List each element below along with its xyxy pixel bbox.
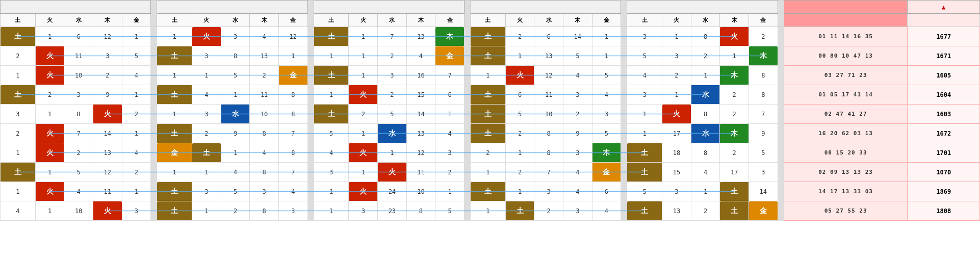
cell-r9-s3-c3: 3: [563, 201, 592, 221]
cell-r1-s2-c2: 2: [378, 46, 407, 66]
cell-r0-s2-c0: 土: [314, 27, 349, 46]
cell-r6-s0-c2: 2: [64, 143, 93, 163]
cell-r5-s3-c2: 8: [534, 124, 563, 143]
cell-r0-s3-c3: 14: [563, 27, 592, 46]
cell-r7-s0-c4: 2: [122, 163, 151, 182]
spacer-cell: [464, 105, 470, 124]
day-h-1-3: 木: [250, 14, 279, 27]
cell-r9-s4-c1: 13: [662, 201, 691, 221]
table-row: 1火10241152金土131671火1245421木803 27 71 231…: [1, 66, 980, 85]
spacer-cell: [621, 27, 627, 46]
cell-r0-s1-c0: 1: [157, 27, 192, 46]
cell-r3-s3-c2: 11: [534, 85, 563, 105]
cell-r9-s2-c1: 3: [349, 201, 378, 221]
cell-r3-s0-c4: 1: [122, 85, 151, 105]
cell-r1-s1-c2: 8: [221, 46, 250, 66]
cell-r6-s2-c4: 3: [435, 143, 465, 163]
cell-r5-s1-c1: 2: [192, 124, 221, 143]
cell-r3-s4-c4: 8: [749, 85, 778, 105]
cell-r1-s0-c0: 2: [1, 46, 36, 66]
right-col1-r3: 01 05 17 41 14: [784, 85, 908, 105]
table-row: 318火213水108土25141土510231火82702 47 41 271…: [1, 105, 980, 124]
cell-r0-s3-c1: 2: [505, 27, 534, 46]
cell-r6-s0-c3: 13: [93, 143, 122, 163]
cell-r7-s0-c0: 土: [1, 163, 36, 182]
cell-r1-s2-c4: 金: [435, 46, 465, 66]
cell-r1-s2-c0: 1: [314, 46, 349, 66]
spacer-cell: [464, 124, 470, 143]
spacer-right: [778, 163, 784, 182]
day-h-1-1: 火: [192, 14, 221, 27]
cell-r5-s4-c3: 木: [720, 124, 749, 143]
section-二策: [471, 1, 621, 14]
cell-r4-s3-c2: 10: [534, 105, 563, 124]
cell-r5-s3-c1: 2: [505, 124, 534, 143]
cell-r1-s3-c1: 1: [505, 46, 534, 66]
cell-r9-s3-c4: 4: [592, 201, 621, 221]
cell-r4-s3-c4: 3: [592, 105, 621, 124]
cell-r5-s1-c0: 土: [157, 124, 192, 143]
cell-r5-s2-c4: 4: [435, 124, 465, 143]
cell-r8-s1-c2: 5: [221, 182, 250, 201]
cell-r5-s3-c3: 9: [563, 124, 592, 143]
cell-r7-s0-c2: 5: [64, 163, 93, 182]
cell-r3-s3-c4: 4: [592, 85, 621, 105]
day-h-1-0: 土: [157, 14, 192, 27]
cell-r6-s2-c0: 4: [314, 143, 349, 163]
cell-r3-s4-c1: 1: [662, 85, 691, 105]
cell-r5-s4-c4: 9: [749, 124, 778, 143]
cell-r9-s2-c4: 5: [435, 201, 465, 221]
section-一策: [627, 1, 778, 14]
cell-r2-s0-c4: 4: [122, 66, 151, 85]
cell-r3-s1-c3: 11: [250, 85, 279, 105]
cell-r2-s1-c1: 1: [192, 66, 221, 85]
right-day-h-2: [908, 14, 980, 27]
cell-r5-s4-c0: 1: [627, 124, 662, 143]
cell-r0-s3-c2: 6: [534, 27, 563, 46]
spacer-cell: [151, 46, 157, 66]
cell-r9-s4-c4: 金: [749, 201, 778, 221]
day-h-2-0: 土: [314, 14, 349, 27]
cell-r7-s3-c0: 1: [471, 163, 506, 182]
cell-r6-s1-c1: 土: [192, 143, 221, 163]
cell-r8-s4-c4: 14: [749, 182, 778, 201]
cell-r1-s2-c1: 1: [349, 46, 378, 66]
cell-r0-s2-c2: 7: [378, 27, 407, 46]
table-row: 1火4111土35341火24101土1346531土1414 17 13 33…: [1, 182, 980, 201]
spacer-cell: [307, 85, 314, 105]
cell-r4-s4-c3: 2: [720, 105, 749, 124]
right-col1-r0: 01 11 14 16 35: [784, 27, 908, 46]
cell-r8-s1-c0: 土: [157, 182, 192, 201]
day-h-4-2: 水: [691, 14, 720, 27]
cell-r2-s2-c2: 3: [378, 66, 407, 85]
cell-r5-s1-c4: 7: [278, 124, 307, 143]
cell-r2-s2-c4: 7: [435, 66, 465, 85]
cell-r0-s1-c2: 3: [221, 27, 250, 46]
cell-r3-s4-c3: 2: [720, 85, 749, 105]
right-col1-r9: 05 27 55 23: [784, 201, 908, 221]
cell-r3-s2-c4: 6: [435, 85, 465, 105]
cell-r4-s2-c0: 土: [314, 105, 349, 124]
right-col2-r8: 1869: [908, 182, 980, 201]
right-col2-r6: 1701: [908, 143, 980, 163]
right-header-col2: ▲: [908, 1, 980, 14]
cell-r7-s2-c4: 2: [435, 163, 465, 182]
spacer-cell: [621, 182, 627, 201]
day-h-1-4: 金: [278, 14, 307, 27]
cell-r4-s0-c2: 8: [64, 105, 93, 124]
spacer-cell: [307, 27, 314, 46]
cell-r3-s2-c3: 15: [406, 85, 435, 105]
cell-r2-s4-c0: 4: [627, 66, 662, 85]
cell-r5-s4-c1: 17: [662, 124, 691, 143]
cell-r6-s4-c3: 2: [720, 143, 749, 163]
spacer-cell: [621, 85, 627, 105]
spacer-cell: [621, 163, 627, 182]
cell-r4-s1-c3: 10: [250, 105, 279, 124]
day-h-2-2: 水: [378, 14, 407, 27]
day-h-2-4: 金: [435, 14, 465, 27]
spacer-cell: [151, 163, 157, 182]
spacer-cell: [464, 182, 470, 201]
spacer-cell: [621, 124, 627, 143]
day-h-0-2: 水: [64, 14, 93, 27]
spacer-cell: [621, 66, 627, 85]
